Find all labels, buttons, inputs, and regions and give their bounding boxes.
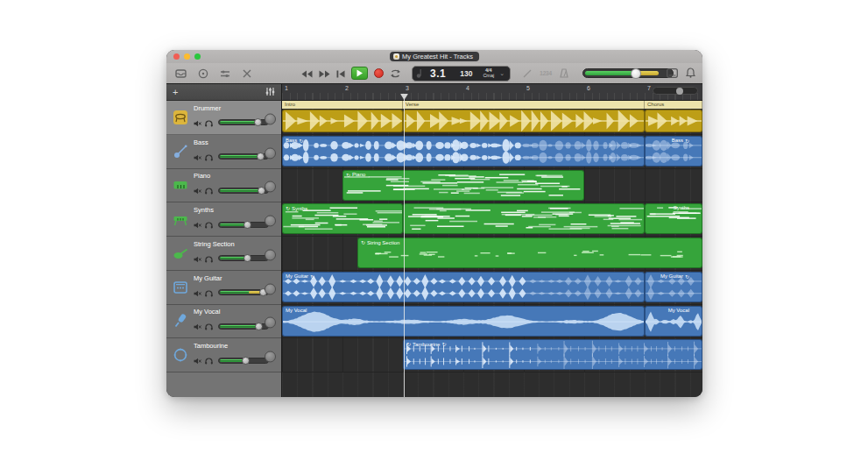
volume-slider[interactable] bbox=[218, 153, 269, 160]
guitar-loop-region[interactable]: My Guitar↻ bbox=[645, 272, 702, 302]
count-in-button[interactable]: 1234 bbox=[540, 70, 552, 76]
lcd-display[interactable]: 3.1 130 4/4 Cmaj ⌄ bbox=[412, 66, 511, 82]
mute-icon[interactable] bbox=[194, 251, 201, 266]
chevron-down-icon[interactable]: ⌄ bbox=[499, 70, 505, 77]
play-button[interactable] bbox=[351, 67, 368, 80]
zoom-slider[interactable] bbox=[653, 87, 698, 95]
headphones-icon[interactable] bbox=[205, 149, 213, 165]
volume-knob[interactable] bbox=[243, 221, 251, 229]
string-section-region[interactable]: ↻String Section bbox=[357, 238, 702, 268]
bass-loop-region[interactable]: Bass↻ bbox=[645, 136, 702, 167]
volume-knob[interactable] bbox=[255, 323, 263, 330]
volume-slider[interactable] bbox=[218, 255, 269, 261]
notifications-bell-icon[interactable] bbox=[686, 66, 695, 82]
volume-knob[interactable] bbox=[254, 118, 262, 126]
synths-loop-region[interactable]: Synths bbox=[645, 203, 702, 234]
mute-icon[interactable] bbox=[194, 352, 201, 368]
ruler[interactable]: 1 2 3 4 5 6 7 bbox=[282, 84, 702, 101]
empty-lane-area[interactable] bbox=[282, 372, 702, 397]
volume-knob[interactable] bbox=[242, 357, 250, 365]
pan-knob[interactable] bbox=[265, 283, 276, 294]
display-mode-icon[interactable] bbox=[667, 66, 678, 82]
arrangement-marker-intro[interactable]: Intro bbox=[282, 101, 403, 109]
guitar-region[interactable]: My Guitar↻ bbox=[282, 272, 645, 302]
pan-knob[interactable] bbox=[265, 317, 276, 329]
editors-icon[interactable] bbox=[239, 67, 254, 80]
mute-icon[interactable] bbox=[194, 149, 201, 165]
mixer-icon[interactable] bbox=[265, 84, 275, 100]
pan-knob[interactable] bbox=[265, 216, 276, 227]
quick-help-icon[interactable] bbox=[195, 67, 210, 80]
lane-piano[interactable]: ↻Piano bbox=[282, 169, 702, 203]
bass-region[interactable]: Bass↻ bbox=[282, 136, 645, 167]
lane-bass[interactable]: Bass↻ Bass↻ bbox=[282, 135, 702, 169]
volume-slider[interactable] bbox=[218, 323, 269, 330]
track-header-bass[interactable]: Bass bbox=[166, 135, 281, 169]
drummer-region[interactable] bbox=[282, 110, 403, 132]
metronome-icon[interactable] bbox=[560, 66, 568, 82]
mute-icon[interactable] bbox=[194, 216, 201, 232]
headphones-icon[interactable] bbox=[205, 285, 213, 301]
volume-slider[interactable] bbox=[218, 188, 269, 194]
pan-knob[interactable] bbox=[265, 113, 276, 124]
arrangement-marker-verse[interactable]: Verse bbox=[403, 101, 645, 109]
minimize-button[interactable] bbox=[184, 53, 190, 60]
volume-knob[interactable] bbox=[243, 254, 251, 262]
volume-knob[interactable] bbox=[257, 153, 265, 160]
zoom-slider-knob[interactable] bbox=[676, 88, 683, 95]
mute-icon[interactable] bbox=[194, 182, 201, 198]
pan-knob[interactable] bbox=[265, 351, 276, 363]
track-header-my-guitar[interactable]: My Guitar bbox=[166, 271, 281, 305]
mute-icon[interactable] bbox=[194, 318, 201, 334]
pan-knob[interactable] bbox=[265, 147, 276, 159]
lane-tambourine[interactable]: ↻Tambourine↻ bbox=[282, 338, 702, 372]
timeline[interactable]: 1 2 3 4 5 6 7 Intro Verse Chorus bbox=[282, 84, 702, 397]
pan-knob[interactable] bbox=[265, 181, 276, 193]
add-track-button[interactable]: + bbox=[173, 88, 178, 96]
track-header-string-section[interactable]: String Section bbox=[166, 237, 281, 271]
rewind-button[interactable] bbox=[301, 66, 313, 82]
vocal-loop-region[interactable]: My Vocal bbox=[645, 306, 702, 337]
track-header-drummer[interactable]: Drummer bbox=[166, 101, 281, 135]
headphones-icon[interactable] bbox=[205, 216, 213, 232]
cycle-button[interactable] bbox=[390, 66, 401, 82]
lane-string-section[interactable]: ↻String Section bbox=[282, 237, 702, 271]
lane-my-vocal[interactable]: My Vocal My Vocal bbox=[282, 305, 702, 339]
master-volume-slider[interactable] bbox=[582, 68, 674, 78]
volume-slider[interactable] bbox=[218, 358, 269, 364]
synths-region[interactable]: ↻Synths bbox=[282, 203, 403, 234]
record-button[interactable] bbox=[374, 68, 384, 78]
mute-icon[interactable] bbox=[194, 115, 201, 131]
volume-slider[interactable] bbox=[218, 222, 269, 228]
smart-controls-icon[interactable] bbox=[217, 67, 232, 80]
headphones-icon[interactable] bbox=[205, 182, 213, 198]
lane-synths[interactable]: ↻Synths Synths bbox=[282, 202, 702, 237]
vocal-region[interactable]: My Vocal bbox=[282, 306, 645, 337]
arrangement-marker-chorus[interactable]: Chorus bbox=[645, 101, 702, 109]
volume-slider[interactable] bbox=[218, 289, 269, 295]
tuner-icon[interactable] bbox=[523, 66, 532, 82]
forward-button[interactable] bbox=[319, 66, 330, 82]
headphones-icon[interactable] bbox=[205, 352, 213, 368]
go-to-beginning-button[interactable] bbox=[336, 66, 345, 82]
drummer-region[interactable] bbox=[645, 110, 702, 132]
close-button[interactable] bbox=[173, 53, 180, 60]
synths-region[interactable] bbox=[403, 203, 645, 234]
mute-icon[interactable] bbox=[194, 285, 201, 301]
library-icon[interactable] bbox=[173, 67, 188, 80]
track-header-synths[interactable]: Synths bbox=[166, 202, 281, 237]
drummer-region[interactable] bbox=[403, 110, 645, 132]
headphones-icon[interactable] bbox=[205, 251, 213, 266]
tambourine-region[interactable]: ↻Tambourine↻ bbox=[403, 339, 702, 370]
lane-my-guitar[interactable]: My Guitar↻ My Guitar↻ bbox=[282, 271, 702, 305]
track-header-my-vocal[interactable]: My Vocal bbox=[166, 305, 281, 339]
zoom-button[interactable] bbox=[194, 53, 201, 60]
headphones-icon[interactable] bbox=[205, 115, 213, 131]
lane-drummer[interactable]: Intro Verse Chorus bbox=[282, 101, 702, 135]
track-header-piano[interactable]: Piano bbox=[166, 169, 281, 203]
headphones-icon[interactable] bbox=[205, 318, 213, 334]
volume-slider[interactable] bbox=[218, 119, 269, 125]
pan-knob[interactable] bbox=[265, 249, 276, 260]
track-header-tambourine[interactable]: Tambourine bbox=[166, 338, 281, 372]
piano-region[interactable]: ↻Piano bbox=[342, 170, 584, 201]
